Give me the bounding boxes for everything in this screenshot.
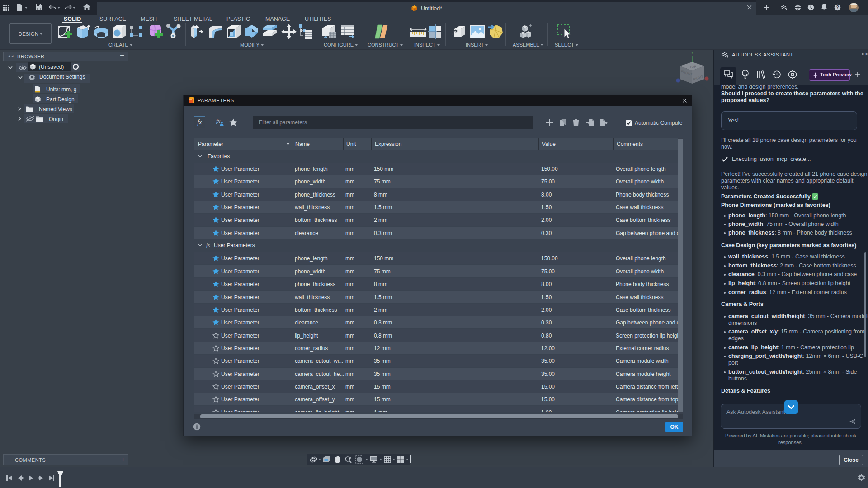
svg-text:TOP: TOP	[689, 65, 697, 69]
svg-text:Y: Y	[691, 51, 693, 55]
svg-text:?: ?	[836, 5, 839, 10]
